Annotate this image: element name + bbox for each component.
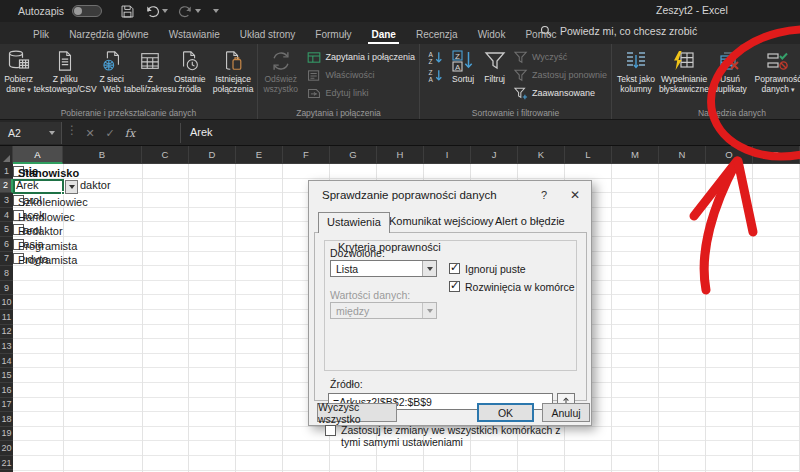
row-header[interactable]: 1: [0, 164, 13, 179]
data-values-select[interactable]: między: [330, 302, 437, 319]
formula-bar-value[interactable]: Arek: [190, 126, 213, 138]
column-header[interactable]: D: [189, 146, 236, 164]
cancel-entry-button[interactable]: ✕: [80, 120, 100, 146]
column-header[interactable]: G: [330, 146, 377, 164]
row-header[interactable]: 13: [0, 339, 13, 354]
column-header[interactable]: A: [13, 146, 63, 164]
recent-sources-button[interactable]: Ostatnie źródła: [170, 44, 209, 104]
column-header[interactable]: H: [377, 146, 424, 164]
row-header[interactable]: 4: [0, 208, 13, 223]
sort-za-button[interactable]: ZA: [424, 66, 447, 84]
cell-b1[interactable]: Stanowisko: [13, 166, 24, 177]
apply-all-checkbox[interactable]: [325, 425, 336, 436]
name-box[interactable]: A2: [0, 122, 62, 144]
dialog-help-button[interactable]: ?: [535, 186, 553, 204]
row-header[interactable]: 19: [0, 427, 13, 442]
select-all-corner[interactable]: [0, 146, 13, 164]
dialog-close-button[interactable]: ✕: [563, 186, 587, 204]
column-header[interactable]: M: [612, 146, 659, 164]
column-header[interactable]: L: [565, 146, 612, 164]
validation-dropdown-button[interactable]: [65, 180, 78, 194]
cell-b2[interactable]: daktor: [80, 179, 111, 191]
undo-button[interactable]: [145, 4, 168, 18]
flash-fill-button[interactable]: Wypełnianie błyskawiczne: [660, 44, 708, 104]
column-header[interactable]: N: [659, 146, 706, 164]
from-table-range-label: Z tabeli/zakresu: [124, 74, 176, 94]
column-header[interactable]: B: [63, 146, 142, 164]
edit-links-button[interactable]: Edytuj linki: [303, 84, 419, 102]
properties-button[interactable]: Właściwości: [303, 66, 419, 84]
autosave-toggle[interactable]: [72, 5, 102, 17]
ribbon-tab[interactable]: Widok: [475, 26, 509, 44]
tab-alert-o-bledzie[interactable]: Alert o błędzie: [487, 212, 573, 232]
row-header[interactable]: 15: [0, 368, 13, 383]
row-header[interactable]: 20: [0, 441, 13, 456]
clear-filter-button[interactable]: Wyczyść: [510, 48, 611, 66]
ribbon-tab[interactable]: Wstawianie: [166, 26, 223, 44]
reapply-filter-button[interactable]: Zastosuj ponownie: [510, 66, 611, 84]
text-to-columns-button[interactable]: Tekst jako kolumny: [612, 44, 660, 104]
column-header[interactable]: J: [471, 146, 518, 164]
row-header[interactable]: 9: [0, 281, 13, 296]
column-header[interactable]: C: [142, 146, 189, 164]
column-header[interactable]: F: [283, 146, 330, 164]
row-header[interactable]: 3: [0, 193, 13, 208]
filter-button[interactable]: Filtruj: [479, 44, 510, 104]
row-header[interactable]: 10: [0, 295, 13, 310]
remove-duplicates-button[interactable]: Usuń duplikaty: [708, 44, 752, 104]
clear-all-button[interactable]: Wyczyść wszystko: [317, 403, 397, 422]
column-header[interactable]: O: [706, 146, 753, 164]
ribbon-tab[interactable]: Recenzja: [413, 26, 461, 44]
properties-label: Właściwości: [325, 70, 374, 80]
allowed-select[interactable]: Lista: [330, 260, 437, 277]
row-header[interactable]: 17: [0, 398, 13, 413]
ribbon-tab[interactable]: Formuły: [312, 26, 354, 44]
formula-bar-handle[interactable]: [66, 123, 78, 137]
sort-az-button[interactable]: AZ: [424, 48, 447, 66]
save-icon[interactable]: [120, 4, 135, 19]
data-validation-button[interactable]: Poprawność danych: [752, 44, 800, 104]
row-header[interactable]: 16: [0, 383, 13, 398]
row-header[interactable]: 5: [0, 222, 13, 237]
ribbon-tab[interactable]: Dane: [368, 26, 398, 44]
enter-entry-button[interactable]: ✓: [100, 120, 120, 146]
table-header-row[interactable]: Imię Stanowisko: [13, 164, 63, 179]
ribbon-tab[interactable]: Narzędzia główne: [66, 26, 152, 44]
row-header[interactable]: 6: [0, 237, 13, 252]
row-header[interactable]: 12: [0, 325, 13, 340]
column-header[interactable]: P: [753, 146, 800, 164]
ribbon-tab[interactable]: Plik: [30, 26, 52, 44]
insert-function-button[interactable]: fx: [120, 120, 140, 146]
from-table-range-button[interactable]: Z tabeli/zakresu: [130, 44, 170, 104]
formula-bar-divider: [180, 123, 181, 143]
column-header[interactable]: K: [518, 146, 565, 164]
cell-a2[interactable]: Arek: [16, 179, 39, 191]
ribbon-tab[interactable]: Układ strony: [237, 26, 299, 44]
row-header[interactable]: 8: [0, 266, 13, 281]
tab-ustawienia[interactable]: Ustawienia: [318, 212, 390, 233]
tell-me-search[interactable]: Powiedz mi, co chcesz zrobić: [540, 25, 697, 37]
refresh-all-button[interactable]: Odśwież wszystko: [258, 44, 303, 104]
row-header[interactable]: 2: [0, 179, 13, 194]
cancel-button[interactable]: Anuluj: [542, 403, 590, 422]
qat-customize-button[interactable]: [213, 9, 219, 13]
row-header[interactable]: 11: [0, 310, 13, 325]
advanced-filter-button[interactable]: Zaawansowane: [510, 84, 611, 102]
from-text-csv-button[interactable]: Z pliku tekstowego/CSV: [37, 44, 93, 104]
in-cell-dropdown-checkbox[interactable]: [449, 281, 460, 292]
existing-connections-button[interactable]: Istniejące połączenia: [209, 44, 257, 104]
column-header[interactable]: E: [236, 146, 283, 164]
ignore-blank-checkbox[interactable]: [449, 263, 460, 274]
column-header[interactable]: I: [424, 146, 471, 164]
get-data-button[interactable]: Pobierz dane: [0, 44, 37, 104]
row-header[interactable]: 14: [0, 354, 13, 369]
sort-button[interactable]: ZA Sortuj: [447, 44, 479, 104]
tab-komunikat-wejsciowy[interactable]: Komunikat wejściowy: [381, 212, 502, 232]
queries-connections-button[interactable]: Zapytania i połączenia: [303, 48, 419, 66]
redo-button[interactable]: [178, 4, 201, 18]
row-header[interactable]: 21: [0, 456, 13, 471]
ok-button[interactable]: OK: [477, 403, 534, 422]
row-header[interactable]: 7: [0, 252, 13, 267]
row-header[interactable]: 18: [0, 412, 13, 427]
ribbon-tab-row: PlikNarzędzia główneWstawianieUkład stro…: [0, 22, 800, 44]
